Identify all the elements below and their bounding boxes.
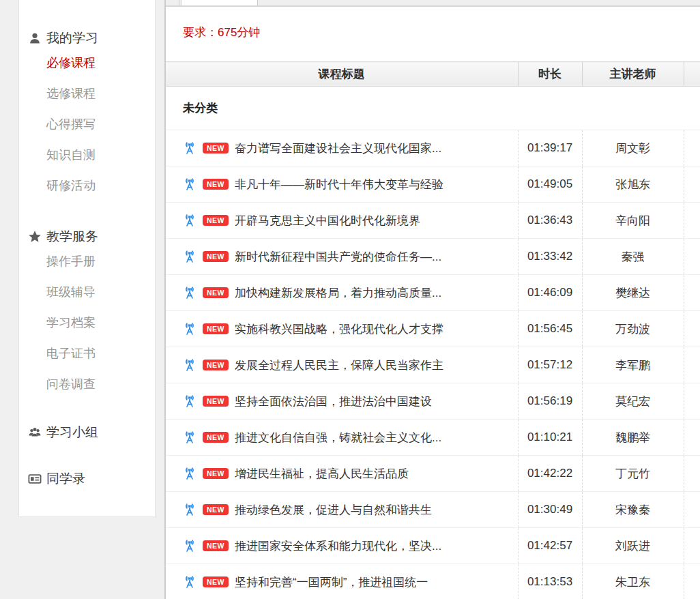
sidebar-section-label: 学习小组	[46, 424, 98, 441]
requirement-text: 要求：675分钟	[183, 26, 260, 39]
course-extra-cell	[684, 420, 700, 456]
course-row[interactable]: NEW 推动绿色发展，促进人与自然和谐共生 01:30:49 宋豫秦	[166, 492, 700, 528]
sidebar-item-default[interactable]: 操作手册	[19, 246, 155, 277]
course-row[interactable]: NEW 推进国家安全体系和能力现代化，坚决... 01:42:57 刘跃进	[166, 528, 700, 564]
course-extra-cell	[684, 239, 700, 275]
sidebar-section-label: 同学录	[46, 470, 85, 488]
course-title-link[interactable]: 推动绿色发展，促进人与自然和谐共生	[235, 502, 432, 518]
course-duration: 01:49:05	[518, 166, 582, 203]
course-duration: 01:56:45	[518, 311, 582, 347]
column-header-extra	[684, 62, 700, 87]
course-row[interactable]: NEW 实施科教兴国战略，强化现代化人才支撑 01:56:45 万劲波	[166, 311, 700, 347]
course-title-link[interactable]: 开辟马克思主义中国化时代化新境界	[235, 213, 420, 229]
course-title-link[interactable]: 坚持和完善“一国两制”，推进祖国统一	[235, 574, 428, 590]
sidebar-item-default[interactable]: 知识自测	[19, 140, 155, 171]
course-row[interactable]: NEW 坚持和完善“一国两制”，推进祖国统一 01:13:53 朱卫东	[166, 564, 700, 599]
course-title-link[interactable]: 发展全过程人民民主，保障人民当家作主	[235, 357, 443, 373]
course-row[interactable]: NEW 非凡十年——新时代十年伟大变革与经验 01:49:05 张旭东	[166, 166, 700, 203]
course-row[interactable]: NEW 开辟马克思主义中国化时代化新境界 01:36:43 辛向阳	[166, 203, 700, 239]
new-badge: NEW	[203, 287, 229, 298]
sidebar-nav: 我的学习 必修课程 选修课程 心得撰写 知识自测 研修活动 教学服务 操作手册 …	[18, 0, 156, 517]
course-extra-cell	[684, 564, 700, 599]
course-title-link[interactable]: 实施科教兴国战略，强化现代化人才支撑	[235, 321, 443, 337]
broadcast-antenna-icon	[183, 214, 196, 227]
course-teacher: 秦强	[582, 239, 684, 275]
course-row[interactable]: NEW 加快构建新发展格局，着力推动高质量... 01:46:09 樊继达	[166, 275, 700, 311]
new-badge: NEW	[203, 251, 229, 262]
new-badge: NEW	[203, 179, 229, 190]
sidebar-item-default[interactable]: 问卷调查	[19, 369, 155, 400]
new-badge: NEW	[203, 432, 229, 443]
sidebar-item-active[interactable]: 必修课程	[19, 48, 155, 78]
main-content: 要求：675分钟 课程标题 时长 主讲老师 未分类 NEW 奋力谱写全面建设社会…	[166, 0, 700, 599]
broadcast-antenna-icon	[183, 177, 196, 191]
course-row[interactable]: NEW 新时代新征程中国共产党的使命任务—... 01:33:42 秦强	[166, 239, 700, 275]
sidebar-section[interactable]: 同学录	[19, 469, 155, 488]
sidebar-item-default[interactable]: 心得撰写	[19, 109, 155, 140]
new-badge: NEW	[203, 504, 229, 515]
sidebar-item-default[interactable]: 班级辅导	[19, 277, 155, 308]
course-extra-cell	[684, 383, 700, 420]
table-header-row: 课程标题 时长 主讲老师	[166, 62, 700, 87]
course-duration: 01:13:53	[518, 564, 582, 599]
sidebar-section-label: 教学服务	[46, 228, 98, 246]
broadcast-antenna-icon	[183, 430, 196, 444]
course-duration: 01:36:43	[518, 203, 582, 239]
sidebar-section[interactable]: 我的学习	[19, 29, 155, 48]
tab-bar	[166, 0, 700, 5]
broadcast-antenna-icon	[183, 539, 196, 553]
course-teacher: 莫纪宏	[582, 383, 684, 420]
course-teacher: 丁元竹	[582, 456, 684, 492]
group-icon	[28, 426, 42, 439]
course-teacher: 周文彰	[582, 130, 684, 166]
course-table: 课程标题 时长 主讲老师 未分类 NEW 奋力谱写全面建设社会主义现代化国家..…	[166, 61, 700, 599]
course-title-link[interactable]: 奋力谱写全面建设社会主义现代化国家...	[235, 141, 441, 156]
course-duration: 01:57:12	[518, 347, 582, 383]
sidebar-section[interactable]: 教学服务	[19, 227, 155, 246]
course-extra-cell	[684, 311, 700, 347]
course-title-link[interactable]: 新时代新征程中国共产党的使命任务—...	[235, 249, 441, 265]
course-title-link[interactable]: 增进民生福祉，提高人民生活品质	[235, 466, 409, 482]
broadcast-antenna-icon	[183, 250, 196, 263]
course-row[interactable]: NEW 发展全过程人民民主，保障人民当家作主 01:57:12 李军鹏	[166, 347, 700, 383]
course-extra-cell	[684, 456, 700, 492]
broadcast-antenna-icon	[183, 575, 196, 589]
new-badge: NEW	[203, 396, 229, 407]
broadcast-antenna-icon	[183, 286, 196, 300]
sidebar-item-default[interactable]: 选修课程	[19, 78, 155, 109]
course-row[interactable]: NEW 增进民生福祉，提高人民生活品质 01:42:22 丁元竹	[166, 456, 700, 492]
course-title-link[interactable]: 非凡十年——新时代十年伟大变革与经验	[235, 177, 443, 192]
course-title-link[interactable]: 加快构建新发展格局，着力推动高质量...	[235, 285, 441, 301]
course-teacher: 万劲波	[582, 311, 684, 347]
course-extra-cell	[684, 130, 700, 166]
course-title-link[interactable]: 推进国家安全体系和能力现代化，坚决...	[235, 538, 441, 554]
course-teacher: 宋豫秦	[582, 492, 684, 528]
course-teacher: 辛向阳	[582, 203, 684, 239]
sidebar-item-default[interactable]: 学习档案	[19, 308, 155, 338]
broadcast-antenna-icon	[183, 467, 196, 480]
course-teacher: 张旭东	[582, 166, 684, 203]
sidebar-item-default[interactable]: 电子证书	[19, 338, 155, 369]
star-icon	[28, 230, 42, 244]
course-duration: 01:42:57	[518, 528, 582, 564]
category-row: 未分类	[166, 87, 700, 130]
course-title-link[interactable]: 坚持全面依法治国，推进法治中国建设	[235, 394, 432, 409]
course-duration: 01:56:19	[518, 383, 582, 420]
sidebar-item-default[interactable]: 研修活动	[19, 171, 155, 201]
new-badge: NEW	[203, 360, 229, 370]
course-row[interactable]: NEW 奋力谱写全面建设社会主义现代化国家... 01:39:17 周文彰	[166, 130, 700, 166]
category-label: 未分类	[166, 87, 700, 130]
active-tab[interactable]	[181, 0, 258, 5]
column-header-title: 课程标题	[166, 62, 518, 87]
course-extra-cell	[684, 275, 700, 311]
course-title-link[interactable]: 推进文化自信自强，铸就社会主义文化...	[235, 430, 441, 445]
broadcast-antenna-icon	[183, 141, 196, 155]
broadcast-antenna-icon	[183, 394, 196, 408]
course-row[interactable]: NEW 坚持全面依法治国，推进法治中国建设 01:56:19 莫纪宏	[166, 383, 700, 420]
sidebar-section[interactable]: 学习小组	[19, 423, 155, 442]
course-teacher: 魏鹏举	[582, 420, 684, 456]
new-badge: NEW	[203, 143, 229, 154]
broadcast-antenna-icon	[183, 358, 196, 372]
new-badge: NEW	[203, 576, 229, 587]
course-row[interactable]: NEW 推进文化自信自强，铸就社会主义文化... 01:10:21 魏鹏举	[166, 420, 700, 456]
